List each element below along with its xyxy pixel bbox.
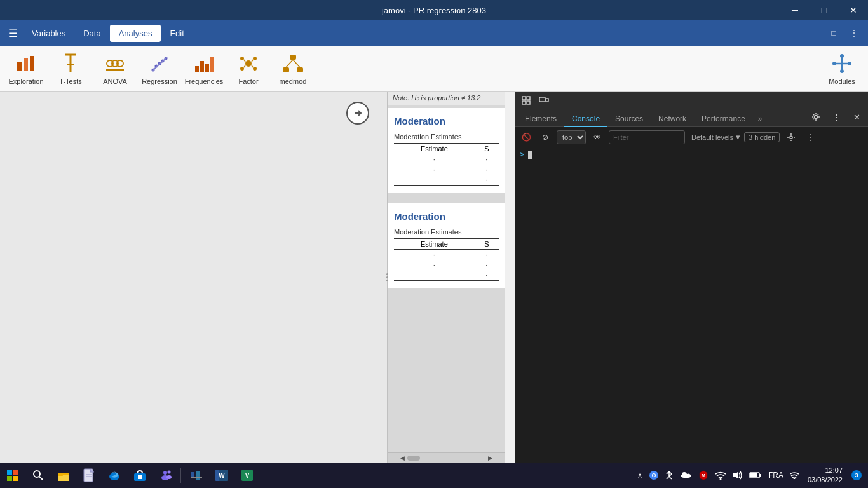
toolbar-ttests[interactable]: T-Tests: [50, 48, 92, 89]
main-content: Note. H₀ is proportion ≠ 13.2 Moderation…: [0, 92, 868, 463]
next-arrow-button[interactable]: [346, 102, 369, 125]
menu-analyses[interactable]: Analyses: [110, 25, 161, 42]
clock-display[interactable]: 12:07 03/08/2022: [803, 466, 848, 485]
close-button[interactable]: ✕: [839, 0, 868, 20]
toolbar-regression[interactable]: Regression: [139, 48, 180, 89]
toolbar: Exploration T-Tests ANOVA: [0, 46, 868, 92]
svg-line-33: [293, 60, 300, 67]
menu-edit[interactable]: Edit: [161, 25, 193, 42]
console-filter-input[interactable]: [609, 130, 685, 144]
devtools-tab-performance[interactable]: Performance: [694, 112, 753, 127]
cell-b2-2: ·: [475, 260, 499, 270]
scroll-left-arrow[interactable]: ◀: [400, 455, 405, 461]
taskbar-item-file[interactable]: [76, 463, 102, 488]
inspect-element-icon[interactable]: [517, 92, 535, 109]
scroll-right-arrow[interactable]: ▶: [488, 455, 492, 461]
toolbar-factor[interactable]: Factor: [227, 48, 269, 89]
more-options-icon[interactable]: ⋮: [845, 24, 863, 42]
svg-rect-18: [205, 64, 209, 72]
svg-text:W: W: [219, 472, 225, 479]
search-button[interactable]: [25, 463, 51, 488]
toolbar-medmod[interactable]: medmod: [272, 48, 314, 89]
taskbar-item-explorer[interactable]: [51, 463, 76, 488]
result-subtitle-2: Moderation Estimates: [394, 228, 499, 236]
taskbar-item-edge[interactable]: [102, 463, 127, 488]
console-context-select[interactable]: top: [557, 130, 586, 144]
dropdown-chevron-icon[interactable]: ▾: [736, 132, 740, 142]
devtools-more-options-icon[interactable]: ⋮: [827, 108, 845, 126]
taskbar-item-teams[interactable]: [153, 463, 178, 488]
svg-rect-31: [297, 67, 303, 72]
window-layout-icon[interactable]: □: [825, 24, 843, 42]
tray-bluetooth-icon[interactable]: [663, 463, 675, 488]
taskbar-item-app9[interactable]: V: [234, 463, 260, 488]
result-table-1: Estimate S · · · ·: [394, 143, 499, 186]
tray-wifi-icon[interactable]: [712, 463, 729, 488]
toolbar-anova[interactable]: ANOVA: [94, 48, 136, 89]
result-block-1: Moderation Moderation Estimates Estimate…: [388, 108, 505, 193]
devtools-more-tabs[interactable]: »: [753, 112, 768, 126]
toolbar-modules[interactable]: Modules: [821, 48, 863, 89]
tray-volume-icon[interactable]: [730, 463, 745, 488]
start-button[interactable]: [0, 463, 25, 488]
tray-mcafee-icon[interactable]: M: [696, 463, 711, 488]
notification-center[interactable]: 3: [849, 463, 864, 488]
svg-point-39: [848, 62, 851, 65]
factor-icon: [237, 52, 260, 75]
console-eye-icon[interactable]: 👁: [590, 130, 605, 145]
taskbar-item-word[interactable]: W: [209, 463, 234, 488]
cell-3-1: [394, 175, 475, 186]
tray-wifi2-icon[interactable]: [787, 463, 801, 488]
taskbar-item-jamovi[interactable]: [184, 463, 209, 488]
taskbar-item-store[interactable]: [127, 463, 153, 488]
device-toggle-icon[interactable]: [535, 92, 553, 109]
devtools-close-icon[interactable]: ✕: [848, 108, 865, 126]
svg-rect-45: [539, 97, 545, 102]
tray-language-label[interactable]: FRA: [766, 463, 786, 488]
tray-chrome-icon[interactable]: [646, 463, 661, 488]
regression-label: Regression: [142, 78, 177, 85]
svg-rect-16: [195, 66, 199, 72]
tray-onedrive-icon[interactable]: [677, 463, 695, 488]
hamburger-menu[interactable]: ☰: [3, 23, 23, 43]
svg-point-20: [245, 60, 252, 67]
maximize-button[interactable]: □: [810, 0, 839, 20]
svg-point-21: [240, 57, 244, 60]
medmod-icon: [281, 52, 304, 75]
svg-line-25: [244, 60, 245, 62]
tray-battery-icon[interactable]: [747, 463, 764, 488]
devtools-tab-elements[interactable]: Elements: [517, 112, 564, 127]
console-area: >: [515, 147, 868, 488]
table-row: ·: [394, 270, 499, 281]
toolbar-exploration[interactable]: Exploration: [5, 48, 47, 89]
svg-point-78: [653, 474, 655, 477]
console-clear-icon[interactable]: 🚫: [519, 130, 534, 145]
results-scroll-area[interactable]: Note. H₀ is proportion ≠ 13.2 Moderation…: [388, 92, 505, 463]
console-filter-icon[interactable]: ⊘: [538, 130, 553, 145]
result-title-2: Moderation: [394, 211, 499, 222]
default-levels-label: Default levels: [691, 133, 733, 141]
menu-data[interactable]: Data: [74, 25, 109, 42]
devtools-tab-sources[interactable]: Sources: [607, 112, 651, 127]
console-settings-icon[interactable]: [783, 130, 799, 145]
tray-expand-button[interactable]: ∧: [635, 463, 645, 488]
col-se-header-2: S: [475, 239, 499, 250]
anova-label: ANOVA: [103, 78, 127, 85]
minimize-button[interactable]: ─: [780, 0, 810, 20]
scroll-thumb[interactable]: [407, 456, 420, 461]
console-more-icon[interactable]: ⋮: [803, 130, 818, 145]
devtools-settings-icon[interactable]: [807, 108, 825, 126]
cell-b3-2: ·: [475, 270, 499, 281]
devtools-tab-console[interactable]: Console: [564, 112, 607, 127]
svg-rect-17: [200, 61, 204, 72]
window-title: jamovi - PR regression 2803: [382, 6, 486, 15]
svg-rect-70: [191, 477, 202, 478]
left-panel: [0, 92, 388, 463]
devtools-tab-network[interactable]: Network: [651, 112, 694, 127]
svg-line-26: [252, 60, 253, 62]
horizontal-scrollbar[interactable]: ◀ ▶: [388, 452, 505, 463]
factor-label: Factor: [238, 78, 258, 85]
toolbar-frequencies[interactable]: Frequencies: [183, 48, 225, 89]
taskbar-system-tray: ∧ M: [635, 463, 868, 488]
menu-variables[interactable]: Variables: [23, 25, 74, 42]
